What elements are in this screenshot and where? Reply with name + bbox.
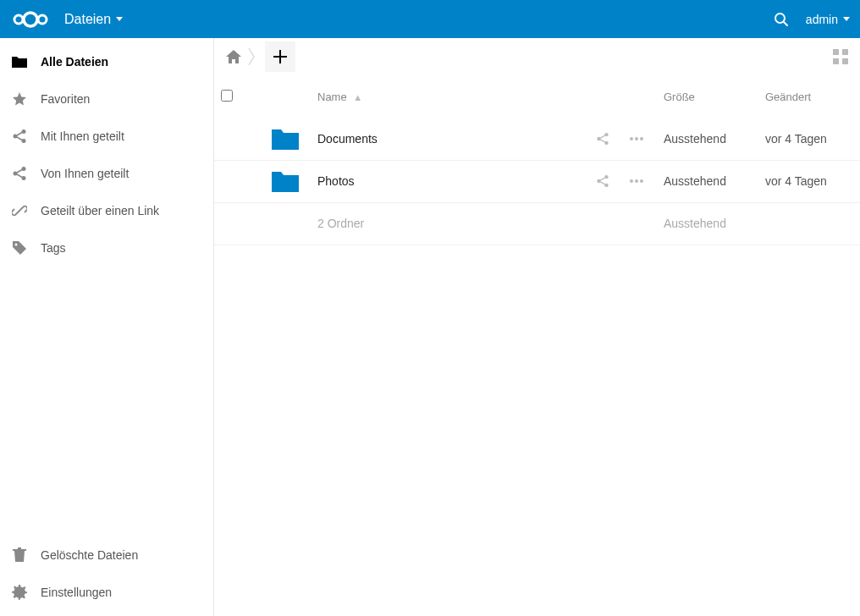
new-button[interactable] <box>265 41 295 72</box>
nav-shared-link[interactable]: Geteilt über einen Link <box>0 192 213 229</box>
nav-shared-by-you[interactable]: Von Ihnen geteilt <box>0 155 213 192</box>
caret-down-icon <box>116 17 123 22</box>
svg-point-6 <box>14 135 18 139</box>
svg-point-27 <box>640 137 643 140</box>
svg-rect-16 <box>833 49 839 55</box>
svg-line-13 <box>17 170 22 173</box>
nav-favorites[interactable]: Favoriten <box>0 80 213 118</box>
star-icon <box>10 91 29 107</box>
share-action[interactable] <box>596 174 616 188</box>
svg-point-22 <box>604 140 608 144</box>
search-icon <box>774 12 789 27</box>
nav-label: Einstellungen <box>41 586 112 599</box>
app-menu-label: Dateien <box>64 12 111 27</box>
table-header-row: Name ▲ Größe Geändert <box>214 75 860 118</box>
svg-line-9 <box>17 137 22 140</box>
svg-point-15 <box>15 244 18 246</box>
more-icon <box>630 137 643 140</box>
select-all-checkbox[interactable] <box>221 90 233 102</box>
nav-label: Geteilt über einen Link <box>41 204 159 217</box>
more-icon <box>630 179 643 183</box>
nav-label: Tags <box>41 241 66 255</box>
svg-point-33 <box>630 179 633 183</box>
share-action[interactable] <box>596 132 616 146</box>
file-modified: vor 4 Tagen <box>765 132 827 146</box>
view-toggle[interactable] <box>833 49 848 64</box>
more-action[interactable] <box>630 179 650 183</box>
svg-point-12 <box>22 176 26 180</box>
table-row[interactable]: Documents Ausstehend vor 4 Tagen <box>214 118 860 160</box>
svg-point-34 <box>635 179 638 183</box>
svg-point-1 <box>24 13 37 26</box>
user-menu[interactable]: admin <box>806 13 850 26</box>
svg-line-23 <box>600 135 604 138</box>
table-summary-row: 2 Ordner Ausstehend <box>214 202 860 245</box>
svg-point-25 <box>630 137 633 140</box>
nav-label: Favoriten <box>41 92 90 106</box>
nav-bottom: Gelöschte Dateien Einstellungen <box>0 536 213 616</box>
user-menu-label: admin <box>806 13 838 26</box>
nav-shared-with-you[interactable]: Mit Ihnen geteilt <box>0 118 213 155</box>
svg-point-2 <box>38 15 47 24</box>
trash-icon <box>10 547 29 563</box>
svg-point-28 <box>604 175 608 179</box>
folder-icon <box>272 127 304 151</box>
svg-line-8 <box>17 133 22 136</box>
svg-point-7 <box>22 139 26 143</box>
svg-point-5 <box>22 129 26 134</box>
app-menu[interactable]: Dateien <box>64 12 123 27</box>
nav-all-files[interactable]: Alle Dateien <box>0 43 213 80</box>
svg-line-14 <box>17 174 22 178</box>
nav-label: Alle Dateien <box>41 55 108 69</box>
header-name[interactable]: Name ▲ <box>311 75 589 118</box>
share-icon <box>596 132 609 146</box>
header-name-label: Name <box>317 91 347 103</box>
summary-count: 2 Ordner <box>317 217 364 230</box>
svg-point-35 <box>640 179 643 183</box>
caret-down-icon <box>843 17 850 22</box>
header-select <box>214 75 265 118</box>
file-table: Name ▲ Größe Geändert Documents <box>214 75 860 245</box>
breadcrumb <box>226 41 295 72</box>
plus-icon <box>273 50 287 63</box>
search-button[interactable] <box>774 12 789 27</box>
app-header: Dateien admin <box>0 0 860 38</box>
header-size[interactable]: Größe <box>657 75 758 118</box>
svg-rect-19 <box>842 58 848 64</box>
tag-icon <box>10 240 29 256</box>
summary-size: Ausstehend <box>664 217 726 230</box>
share-icon <box>10 129 29 144</box>
table-row[interactable]: Photos Ausstehend vor 4 Tagen <box>214 160 860 202</box>
nav-label: Gelöschte Dateien <box>41 548 138 562</box>
share-icon <box>10 166 29 181</box>
svg-line-31 <box>600 178 604 180</box>
more-action[interactable] <box>630 137 650 140</box>
main-content: Name ▲ Größe Geändert Documents <box>214 38 860 616</box>
logo[interactable] <box>10 9 51 30</box>
folder-solid-icon <box>10 55 29 69</box>
nav-settings[interactable]: Einstellungen <box>0 574 213 611</box>
home-icon <box>226 50 241 63</box>
svg-rect-17 <box>842 49 848 55</box>
breadcrumb-home[interactable] <box>226 50 241 63</box>
header-size-label: Größe <box>664 91 695 103</box>
svg-rect-18 <box>833 58 839 64</box>
svg-line-32 <box>600 182 604 184</box>
nav-trash[interactable]: Gelöschte Dateien <box>0 536 213 574</box>
svg-point-30 <box>604 184 608 187</box>
header-modified[interactable]: Geändert <box>758 75 860 118</box>
svg-point-11 <box>14 172 18 176</box>
file-size: Ausstehend <box>664 132 726 146</box>
svg-point-21 <box>597 137 600 140</box>
nav-label: Mit Ihnen geteilt <box>41 129 124 143</box>
controls-bar <box>214 38 860 75</box>
sort-asc-icon: ▲ <box>353 92 362 102</box>
file-name[interactable]: Photos <box>317 174 355 188</box>
nav-label: Von Ihnen geteilt <box>41 167 129 180</box>
nextcloud-logo-icon <box>10 9 51 30</box>
file-name[interactable]: Documents <box>317 132 378 146</box>
nav-tags[interactable]: Tags <box>0 229 213 267</box>
gear-icon <box>10 585 29 600</box>
sidebar: Alle Dateien Favoriten Mit Ihnen geteilt… <box>0 38 214 616</box>
svg-point-26 <box>635 137 638 140</box>
